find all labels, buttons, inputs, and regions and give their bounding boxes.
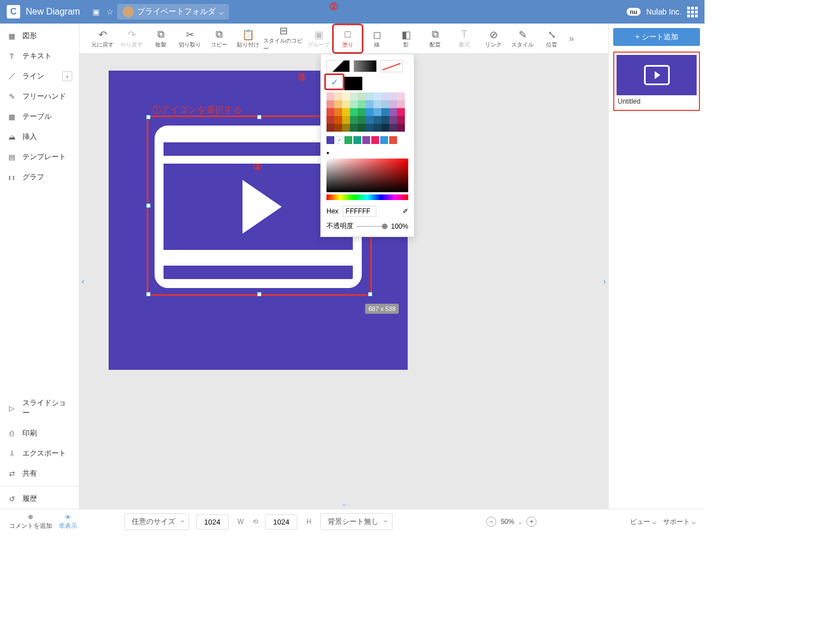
thumb-video-icon	[644, 65, 670, 85]
star-icon[interactable]: ☆	[106, 7, 114, 16]
sidebar-item-history[interactable]: ↺履歴	[0, 489, 79, 509]
sidebar-item-print[interactable]: ⎙印刷	[0, 423, 79, 443]
add-sheet-button[interactable]: + シート追加	[613, 28, 700, 46]
opacity-value: 100%	[391, 222, 408, 230]
sheets-panel: + シート追加 Untitled	[608, 24, 704, 509]
style-icon: ✎	[519, 29, 527, 41]
add-comment-button[interactable]: ⊕コメントを追加	[9, 513, 52, 530]
cut-icon: ✂	[186, 29, 194, 41]
tb-arrange[interactable]: ⧉配置	[421, 25, 449, 52]
canvas-area[interactable]: ‹ › ⌵ ①アイコンを選択する ② 687 x	[80, 54, 608, 509]
tb-position[interactable]: ⤡位置	[538, 25, 566, 52]
tb-style[interactable]: ✎スタイル	[508, 25, 536, 52]
support-menu[interactable]: サポート ⌵	[663, 517, 696, 527]
sidebar-item-text[interactable]: Tテキスト	[0, 46, 79, 66]
folder-name: プライベートフォルダ	[137, 7, 216, 17]
line-icon: ／	[7, 71, 17, 81]
dimension-label: 687 x 538	[365, 304, 399, 314]
tb-duplicate[interactable]: ⧉複製	[147, 25, 175, 52]
app-logo[interactable]: C	[7, 5, 20, 18]
play-icon: ▷	[7, 403, 17, 413]
sidebar-item-shapes[interactable]: ▦図形	[0, 26, 79, 46]
sidebar-item-export[interactable]: ⇩エクスポート	[0, 443, 79, 463]
sheet-thumbnail[interactable]: Untitled	[613, 52, 700, 111]
left-sidebar: ▦図形 Tテキスト ／ライン› ✎フリーハンド ▦テーブル ⛰挿入 ▤テンプレー…	[0, 24, 80, 509]
preset-nofill[interactable]	[380, 60, 403, 72]
tb-redo[interactable]: ↷やり直す	[118, 25, 146, 52]
eye-icon: 👁	[65, 514, 71, 521]
link-icon: ⊘	[489, 29, 498, 41]
apps-menu-icon[interactable]	[687, 7, 698, 17]
width-input[interactable]	[196, 514, 228, 530]
tb-copy[interactable]: ⧉コピー	[205, 25, 233, 52]
tb-shadow[interactable]: ◧影	[392, 25, 420, 52]
preset-gray[interactable]	[353, 60, 377, 72]
color-swatches[interactable]	[326, 92, 408, 132]
sidebar-item-share[interactable]: ⇄共有	[0, 463, 79, 484]
background-select[interactable]: 背景シート無し	[320, 513, 393, 530]
annotation-step3: ③	[297, 71, 306, 83]
company-name[interactable]: Nulab Inc.	[646, 7, 682, 16]
tb-undo[interactable]: ↶元に戻す	[88, 25, 116, 52]
tb-link[interactable]: ⊘リンク	[479, 25, 507, 52]
tb-fill[interactable]: □塗り ②	[334, 25, 362, 52]
hue-slider[interactable]	[326, 194, 408, 200]
color-gradient[interactable]	[326, 159, 408, 192]
annotation-step2: ②	[329, 1, 338, 13]
view-menu[interactable]: ビュー ⌵	[630, 517, 656, 527]
sidebar-item-line[interactable]: ／ライン›	[0, 66, 79, 86]
sidebar-item-freehand[interactable]: ✎フリーハンド	[0, 86, 79, 106]
toolbar-overflow[interactable]: »	[569, 34, 574, 44]
print-icon: ⎙	[7, 428, 17, 438]
height-label: H	[306, 518, 311, 526]
copy-icon: ⧉	[216, 29, 223, 41]
tb-format[interactable]: T書式	[450, 25, 478, 52]
undo-icon: ↶	[99, 29, 107, 41]
sidebar-item-table[interactable]: ▦テーブル	[0, 106, 79, 127]
top-toolbar: ↶元に戻す ↷やり直す ⧉複製 ✂切り取り ⧉コピー 📋貼り付け ⊟スタイルのコ…	[80, 24, 608, 54]
hide-button[interactable]: 👁非表示	[59, 514, 77, 530]
opacity-slider[interactable]	[357, 226, 388, 227]
zoom-chevron[interactable]: ⌵	[519, 519, 522, 525]
tb-line[interactable]: ◻線	[363, 25, 391, 52]
history-icon: ↺	[7, 494, 17, 504]
tb-cut[interactable]: ✂切り取り	[176, 25, 204, 52]
canvas-prev[interactable]: ‹	[82, 277, 85, 286]
annotation-step1: ①アイコンを選択する	[152, 104, 242, 116]
chevron-right-icon[interactable]: ›	[62, 71, 72, 81]
diagram-title[interactable]: New Diagram	[26, 7, 80, 17]
sidebar-item-slideshow[interactable]: ▷スライドショー	[0, 393, 79, 423]
tb-group[interactable]: ▣グループ	[305, 25, 333, 52]
hex-label: Hex	[326, 207, 338, 215]
canvas-next[interactable]: ›	[603, 277, 606, 286]
table-icon: ▦	[7, 112, 17, 122]
position-icon: ⤡	[548, 29, 556, 41]
swap-icon[interactable]: ⟲	[253, 518, 258, 526]
share-icon: ⇄	[7, 468, 17, 479]
recent-colors[interactable]: ✓	[326, 136, 408, 144]
zoom-value[interactable]: 50%	[501, 518, 514, 526]
sidebar-item-template[interactable]: ▤テンプレート	[0, 147, 79, 167]
template-icon: ▤	[7, 152, 17, 162]
sidebar-item-chart[interactable]: ⫾⫾グラフ	[0, 167, 79, 187]
chart-icon: ⫾⫾	[7, 172, 17, 182]
zoom-in[interactable]: +	[526, 517, 536, 527]
fill-icon: □	[345, 29, 351, 41]
tb-paste[interactable]: 📋貼り付け	[234, 25, 262, 52]
eyedropper-icon[interactable]: ✐	[403, 207, 408, 215]
hex-input[interactable]	[343, 206, 376, 217]
height-input[interactable]	[265, 514, 297, 530]
width-label: W	[237, 518, 244, 526]
tb-stylecopy[interactable]: ⊟スタイルのコピー	[263, 25, 304, 52]
size-select[interactable]: 任意のサイズ	[124, 513, 189, 530]
sidebar-item-insert[interactable]: ⛰挿入	[0, 127, 79, 147]
folder-selector[interactable]: プライベートフォルダ ⌵	[117, 4, 229, 20]
canvas-expand[interactable]: ⌵	[342, 500, 346, 508]
export-icon: ⇩	[7, 448, 17, 458]
shapes-icon: ▦	[7, 31, 17, 41]
chevron-down-icon: ⌵	[219, 7, 223, 16]
paste-icon: 📋	[242, 29, 254, 41]
zoom-out[interactable]: −	[486, 517, 496, 527]
preset-bw[interactable]	[326, 60, 350, 72]
image-icon[interactable]: ▣	[92, 7, 100, 16]
